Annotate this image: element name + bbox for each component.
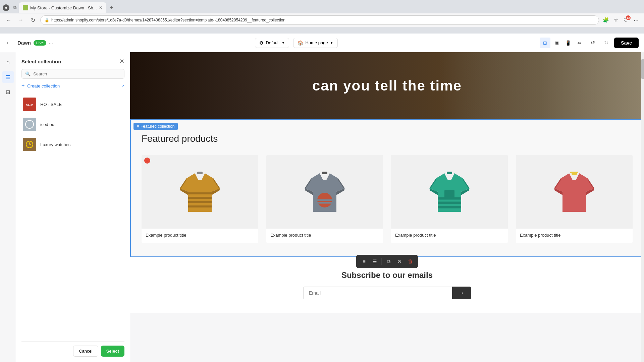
undo-button[interactable]: ↺ bbox=[587, 38, 598, 48]
address-bar[interactable]: 🔒 https://admin.shopify.com/store/1c3e7a… bbox=[40, 15, 599, 25]
sidebar-nav: ⌂ ☰ ⊞ bbox=[0, 52, 16, 362]
delete-button[interactable]: 🗑 bbox=[406, 257, 415, 266]
main-content: ⌂ ☰ ⊞ Select collection ✕ 🔍 + Create col… bbox=[0, 52, 644, 362]
search-box[interactable]: 🔍 bbox=[21, 69, 124, 79]
featured-tag-icon: ≡ bbox=[137, 124, 139, 129]
product-title-2: Example product title bbox=[266, 229, 383, 243]
redo-button[interactable]: ↻ bbox=[601, 38, 611, 48]
email-input[interactable] bbox=[303, 287, 452, 299]
featured-section[interactable]: ≡ Featured collection Featured products … bbox=[130, 119, 644, 257]
collection-item-luxury-watches[interactable]: Luxury watches bbox=[21, 134, 124, 155]
select-button[interactable]: Select bbox=[101, 346, 124, 357]
panel-title: Select collection bbox=[21, 59, 61, 64]
sidebar-apps-icon[interactable]: ⊞ bbox=[2, 86, 14, 98]
default-button[interactable]: ⚙ Default ▼ bbox=[255, 38, 289, 48]
active-tab[interactable]: My Store · Customize Dawn · Sh... ✕ bbox=[19, 2, 106, 13]
product-image-3 bbox=[391, 155, 508, 229]
forward-button[interactable]: → bbox=[16, 15, 25, 25]
save-button[interactable]: Save bbox=[614, 38, 639, 48]
product-title-4: Example product title bbox=[516, 229, 633, 243]
featured-title: Featured products bbox=[142, 133, 633, 144]
product-card-2[interactable]: Example product title bbox=[266, 155, 383, 243]
browser-profile-icon: ● bbox=[3, 4, 9, 11]
svg-rect-30 bbox=[447, 172, 452, 174]
more-button[interactable]: ··· bbox=[49, 40, 53, 46]
collection-list: SALE HOT SALE iced out Lu bbox=[21, 94, 124, 155]
link-button[interactable]: ⊘ bbox=[395, 257, 404, 266]
create-collection-label: Create collection bbox=[27, 83, 60, 88]
scrollbar-thumb[interactable] bbox=[641, 59, 644, 79]
stretch-view-button[interactable]: ⇔ bbox=[574, 38, 585, 48]
featured-collection-tag: ≡ Featured collection bbox=[133, 123, 178, 130]
email-form: → bbox=[303, 287, 471, 299]
sidebar-wrapper: ⌂ ☰ ⊞ Select collection ✕ 🔍 + Create col… bbox=[0, 52, 130, 362]
view-buttons: ⊞ ▣ 📱 ⇔ bbox=[540, 38, 585, 48]
plus-icon: + bbox=[21, 83, 24, 89]
tab-list-icon[interactable]: ⧉ bbox=[11, 4, 18, 11]
collection-thumbnail-luxury bbox=[23, 138, 36, 151]
scrollbar-track[interactable] bbox=[641, 52, 644, 362]
tshirt-svg-3 bbox=[429, 168, 470, 215]
svg-text:SALE: SALE bbox=[26, 104, 33, 107]
homepage-button[interactable]: 🏠 Home page ▼ bbox=[293, 38, 337, 48]
desktop-view-button[interactable]: ⊞ bbox=[540, 38, 550, 48]
product-image-1: – bbox=[142, 155, 258, 229]
product-image-4 bbox=[516, 155, 633, 229]
collection-panel-content: Select collection ✕ 🔍 + Create collectio… bbox=[16, 52, 130, 362]
back-button[interactable]: ← bbox=[4, 15, 13, 25]
collection-name-hot-sale: HOT SALE bbox=[40, 102, 62, 107]
collection-panel: Select collection ✕ 🔍 + Create collectio… bbox=[16, 52, 130, 362]
tab-bar: ● ⧉ My Store · Customize Dawn · Sh... ✕ … bbox=[0, 0, 644, 13]
bookmark-icon[interactable]: ☆ bbox=[612, 16, 620, 24]
email-submit-button[interactable]: → bbox=[452, 287, 471, 299]
header-right: ⊞ ▣ 📱 ⇔ ↺ ↻ Save bbox=[540, 38, 639, 48]
collection-item-iced-out[interactable]: iced out bbox=[21, 114, 124, 134]
collection-name-luxury: Luxury watches bbox=[40, 142, 70, 147]
collection-thumbnail-hot-sale: SALE bbox=[23, 98, 36, 111]
hero-text: can you tell the time bbox=[312, 78, 462, 94]
tablet-view-button[interactable]: ▣ bbox=[551, 38, 562, 48]
reload-button[interactable]: ↻ bbox=[28, 15, 38, 25]
subscribe-title: Subscribe to our emails bbox=[144, 270, 631, 280]
product-card-3[interactable]: Example product title bbox=[391, 155, 508, 243]
extensions-icon[interactable]: 🧩 bbox=[602, 16, 610, 24]
product-card-4[interactable]: Example product title bbox=[516, 155, 633, 243]
product-title-3: Example product title bbox=[391, 229, 508, 243]
search-input[interactable] bbox=[33, 71, 121, 76]
canvas-area: can you tell the time ≡ Featured collect… bbox=[130, 52, 644, 362]
align-left-button[interactable]: ≡ bbox=[360, 257, 369, 266]
tab-title: My Store · Customize Dawn · Sh... bbox=[30, 5, 97, 10]
product-title-1: Example product title bbox=[142, 229, 258, 243]
toolbar-divider bbox=[382, 258, 382, 265]
cancel-button[interactable]: Cancel bbox=[73, 346, 98, 357]
mobile-view-button[interactable]: 📱 bbox=[562, 38, 573, 48]
search-icon: 🔍 bbox=[25, 71, 31, 76]
more-options-icon[interactable]: ⋯ bbox=[632, 16, 640, 24]
tab-close-button[interactable]: ✕ bbox=[99, 5, 102, 10]
tab-favicon bbox=[23, 5, 28, 10]
create-collection-button[interactable]: + Create collection ↗ bbox=[21, 83, 124, 89]
sidebar-home-icon[interactable]: ⌂ bbox=[2, 56, 14, 68]
shopify-back-button[interactable]: ← bbox=[5, 39, 12, 47]
shield-icon[interactable]: 🛡 12 bbox=[622, 16, 630, 24]
collection-thumbnail-iced-out bbox=[23, 118, 36, 131]
browser-nav-icons: 🧩 ☆ 🛡 12 ⋯ bbox=[602, 16, 640, 24]
collection-item-hot-sale[interactable]: SALE HOT SALE bbox=[21, 94, 124, 114]
close-panel-button[interactable]: ✕ bbox=[119, 58, 124, 65]
svg-rect-26 bbox=[444, 190, 454, 198]
store-info: Dawn Live ··· bbox=[17, 40, 53, 46]
sidebar-sections-icon[interactable]: ☰ bbox=[2, 71, 14, 83]
remove-icon: – bbox=[144, 158, 150, 164]
svg-rect-22 bbox=[322, 172, 327, 174]
product-card-1[interactable]: – Example product ti bbox=[142, 155, 258, 243]
copy-button[interactable]: ⧉ bbox=[384, 257, 393, 266]
url-text: https://admin.shopify.com/store/1c3e7a-d… bbox=[51, 18, 285, 22]
tshirt-svg-1 bbox=[180, 168, 220, 215]
browser-chrome: ● ⧉ My Store · Customize Dawn · Sh... ✕ … bbox=[0, 0, 644, 34]
products-grid: – Example product ti bbox=[142, 155, 633, 243]
svg-rect-35 bbox=[570, 172, 578, 173]
new-tab-button[interactable]: + bbox=[107, 3, 116, 12]
panel-header: Select collection ✕ bbox=[21, 58, 124, 65]
align-center-button[interactable]: ☰ bbox=[370, 257, 380, 266]
collection-name-iced-out: iced out bbox=[40, 122, 56, 127]
